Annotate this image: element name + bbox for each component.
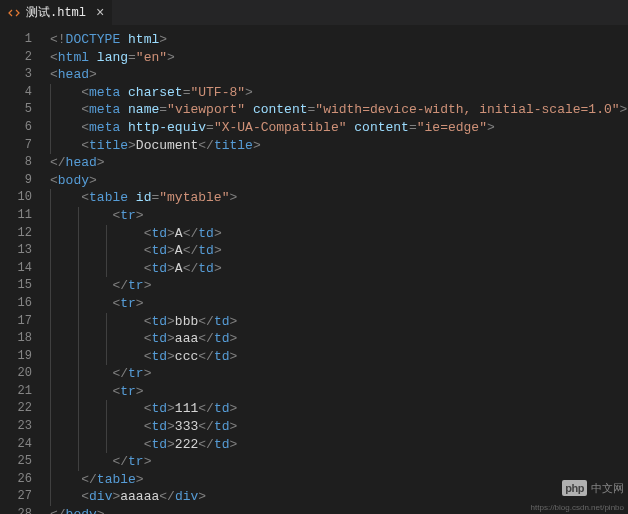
token-tag: table xyxy=(89,190,136,205)
indent-guide xyxy=(50,383,51,401)
token-attr: charset xyxy=(128,85,183,100)
code-area[interactable]: <!DOCTYPE html><html lang="en"><head> <m… xyxy=(40,25,628,514)
token-p: > xyxy=(167,419,175,434)
code-line[interactable]: <tr> xyxy=(50,295,628,313)
token-p: > xyxy=(214,261,222,276)
code-line[interactable]: <head> xyxy=(50,66,628,84)
token-tag: tr xyxy=(120,384,136,399)
code-line[interactable]: <td>A</td> xyxy=(50,242,628,260)
token-str: "viewport" xyxy=(167,102,245,117)
indent-guide xyxy=(50,436,51,454)
code-line[interactable]: </table> xyxy=(50,471,628,489)
close-icon[interactable]: × xyxy=(96,5,104,21)
token-p: > xyxy=(97,507,105,514)
indent-guide xyxy=(78,453,79,471)
line-number: 10 xyxy=(0,189,32,207)
token-tag: td xyxy=(214,401,230,416)
line-number: 16 xyxy=(0,295,32,313)
token-p: > xyxy=(167,437,175,452)
token-p: > xyxy=(229,401,237,416)
token-p: </ xyxy=(50,507,66,514)
token-p: = xyxy=(409,120,417,135)
token-p: > xyxy=(167,226,175,241)
html-file-icon xyxy=(8,7,20,19)
code-line[interactable]: </tr> xyxy=(50,453,628,471)
file-tab[interactable]: 测试.html × xyxy=(0,0,113,25)
token-tag: td xyxy=(198,226,214,241)
token-p: </ xyxy=(50,155,66,170)
token-tag: tr xyxy=(128,454,144,469)
code-line[interactable]: <title>Document</title> xyxy=(50,137,628,155)
code-line[interactable]: <td>111</td> xyxy=(50,400,628,418)
code-line[interactable]: <td>bbb</td> xyxy=(50,313,628,331)
token-tag: meta xyxy=(89,120,128,135)
token-p: </ xyxy=(198,401,214,416)
token-txt: ccc xyxy=(175,349,198,364)
code-line[interactable]: <td>A</td> xyxy=(50,225,628,243)
token-p: </ xyxy=(198,349,214,364)
token-p: > xyxy=(167,261,175,276)
token-str: "mytable" xyxy=(159,190,229,205)
code-line[interactable]: <td>aaa</td> xyxy=(50,330,628,348)
indent-guide xyxy=(50,418,51,436)
token-p: > xyxy=(214,243,222,258)
code-line[interactable]: </head> xyxy=(50,154,628,172)
line-number: 6 xyxy=(0,119,32,137)
code-line[interactable]: <tr> xyxy=(50,383,628,401)
token-p: </ xyxy=(183,226,199,241)
code-line[interactable]: <td>ccc</td> xyxy=(50,348,628,366)
token-txt: A xyxy=(175,243,183,258)
token-str: "width=device-width, initial-scale=1.0" xyxy=(315,102,619,117)
code-line[interactable]: <html lang="en"> xyxy=(50,49,628,67)
token-txt: 111 xyxy=(175,401,198,416)
token-tag: td xyxy=(198,261,214,276)
code-line[interactable]: <body> xyxy=(50,172,628,190)
code-line[interactable]: <meta charset="UTF-8"> xyxy=(50,84,628,102)
token-tag: body xyxy=(66,507,97,514)
token-p: > xyxy=(144,278,152,293)
code-line[interactable]: </tr> xyxy=(50,277,628,295)
editor-pane[interactable]: 1234567891011121314151617181920212223242… xyxy=(0,25,628,514)
line-number: 8 xyxy=(0,154,32,172)
token-p: > xyxy=(136,472,144,487)
token-str: "UTF-8" xyxy=(190,85,245,100)
line-number: 15 xyxy=(0,277,32,295)
token-tag: td xyxy=(151,419,167,434)
code-line[interactable]: </tr> xyxy=(50,365,628,383)
code-line[interactable]: <td>333</td> xyxy=(50,418,628,436)
indent-guide xyxy=(106,330,107,348)
indent-guide xyxy=(50,295,51,313)
indent-guide xyxy=(78,207,79,225)
indent-guide xyxy=(50,260,51,278)
indent-guide xyxy=(106,242,107,260)
code-line[interactable]: <meta http-equiv="X-UA-Compatible" conte… xyxy=(50,119,628,137)
token-tag: td xyxy=(151,349,167,364)
token-txt: aaa xyxy=(175,331,198,346)
token-p: > xyxy=(229,190,237,205)
indent-guide xyxy=(50,330,51,348)
token-tag: div xyxy=(89,489,112,504)
indent-guide xyxy=(50,453,51,471)
line-number: 25 xyxy=(0,453,32,471)
token-tag xyxy=(245,102,253,117)
token-tag: td xyxy=(151,437,167,452)
code-line[interactable]: <td>A</td> xyxy=(50,260,628,278)
indent-guide xyxy=(50,471,51,489)
token-tag: body xyxy=(58,173,89,188)
line-number: 9 xyxy=(0,172,32,190)
indent-guide xyxy=(50,313,51,331)
token-attr: html xyxy=(128,32,159,47)
token-tag: tr xyxy=(120,296,136,311)
token-p: > xyxy=(136,384,144,399)
token-tag: title xyxy=(214,138,253,153)
code-line[interactable]: <td>222</td> xyxy=(50,436,628,454)
code-line[interactable]: <table id="mytable"> xyxy=(50,189,628,207)
code-line[interactable]: <meta name="viewport" content="width=dev… xyxy=(50,101,628,119)
line-number: 26 xyxy=(0,471,32,489)
token-p: </ xyxy=(81,472,97,487)
code-line[interactable]: <!DOCTYPE html> xyxy=(50,31,628,49)
code-line[interactable]: <tr> xyxy=(50,207,628,225)
token-txt: Document xyxy=(136,138,198,153)
indent-guide xyxy=(78,436,79,454)
watermark-logo: php xyxy=(562,480,587,496)
